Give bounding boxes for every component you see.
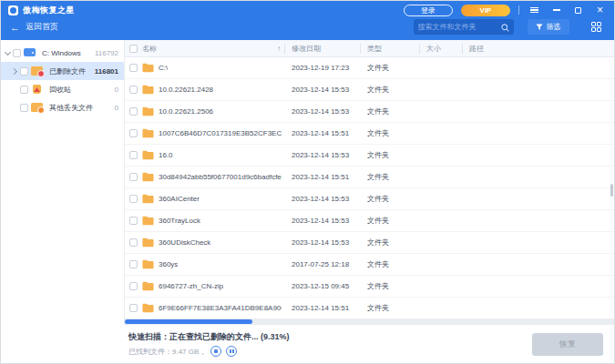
funnel-icon (536, 24, 543, 31)
table-row[interactable]: C:\ 2023-12-19 17:23 文件夹 (125, 57, 614, 79)
file-name: 360ys (159, 260, 178, 268)
column-header-name[interactable]: 名称 ↑ (125, 44, 285, 54)
navbar: 返回首页 筛选 (1, 17, 614, 40)
table-row[interactable]: 360UDiskCheck 2023-12-14 15:53 文件夹 (125, 232, 614, 254)
file-type: 文件夹 (361, 216, 420, 226)
sidebar-item-label: 回收站 (49, 85, 71, 95)
table-row[interactable]: 10.0.22621.2428 2023-12-14 15:53 文件夹 (125, 79, 614, 101)
row-checkbox[interactable] (129, 151, 138, 159)
name-header-label: 名称 (142, 44, 157, 54)
login-button[interactable]: 登录 (404, 5, 453, 16)
sidebar-item[interactable]: 回收站 0 (1, 80, 124, 98)
file-modified-date: 2023-12-14 15:53 (285, 195, 361, 203)
file-modified-date: 2017-07-25 12:18 (285, 260, 361, 268)
file-name: C:\ (159, 64, 168, 72)
stop-scan-button[interactable] (210, 346, 221, 357)
folder-icon (142, 150, 154, 160)
pause-scan-button[interactable] (226, 346, 237, 357)
sidebar-item[interactable]: C: Windows 116792 (1, 44, 124, 62)
back-arrow-icon (10, 22, 20, 33)
table-body: C:\ 2023-12-19 17:23 文件夹 (125, 57, 614, 318)
row-checkbox[interactable] (129, 64, 138, 72)
table-row[interactable]: 10.0.22621.2506 2023-12-14 15:53 文件夹 (125, 101, 614, 123)
chevron-icon[interactable] (11, 103, 20, 112)
titlebar: 傲梅恢复之星 登录 VIP (1, 1, 614, 17)
minimize-button[interactable] (549, 4, 563, 16)
file-name: 1007C6B46D7C017319E3B52CF3EC196E (159, 129, 282, 137)
vertical-scrollbar[interactable] (610, 184, 613, 197)
close-button[interactable] (593, 4, 607, 16)
file-type: 文件夹 (361, 172, 420, 182)
table-row[interactable]: 360TrayLock 2023-12-14 15:53 文件夹 (125, 210, 614, 232)
search-input[interactable] (418, 23, 501, 31)
table-header: 名称 ↑ 修改日期 类型 大小 路径 (125, 40, 614, 57)
sidebar-tree: C: Windows 116792 已删除文件 116801 回收站 (1, 40, 124, 325)
file-modified-date: 2023-12-14 15:53 (285, 86, 361, 94)
row-checkbox[interactable] (129, 129, 138, 137)
row-checkbox[interactable] (129, 282, 138, 290)
column-header-type[interactable]: 类型 (361, 44, 420, 54)
chevron-icon[interactable] (4, 48, 13, 57)
sidebar-checkbox[interactable] (20, 104, 28, 112)
file-modified-date: 2023-12-15 09:45 (285, 282, 361, 290)
folder-icon (142, 238, 154, 248)
horizontal-scrollbar-track[interactable] (125, 318, 614, 325)
column-header-path[interactable]: 路径 (463, 44, 614, 54)
row-checkbox[interactable] (129, 195, 138, 203)
horizontal-scrollbar-thumb[interactable] (125, 319, 252, 324)
table-row[interactable]: 30d84942abb55f0677001d9c6badfcfedef776a0… (125, 167, 614, 188)
folder-icon (142, 63, 154, 73)
back-home-button[interactable]: 返回首页 (10, 21, 58, 33)
row-checkbox[interactable] (129, 304, 138, 312)
row-checkbox[interactable] (129, 217, 138, 225)
table-row[interactable]: 360ys 2017-07-25 12:18 文件夹 (125, 254, 614, 276)
folder-icon (142, 106, 154, 116)
sidebar-checkbox[interactable] (20, 86, 28, 94)
sidebar-checkbox[interactable] (20, 67, 28, 76)
column-header-modified[interactable]: 修改日期 (285, 44, 361, 54)
recover-button[interactable]: 恢复 (532, 333, 603, 356)
sidebar-item[interactable]: 其他丢失文件 0 (1, 98, 124, 116)
file-name: 16.0 (159, 151, 173, 159)
row-checkbox[interactable] (129, 86, 138, 94)
search-box (414, 19, 514, 35)
folder-icon (142, 281, 154, 291)
column-header-size[interactable]: 大小 (420, 44, 463, 54)
table-row[interactable]: 1007C6B46D7C017319E3B52CF3EC196E 2023-12… (125, 123, 614, 145)
menu-button[interactable] (528, 4, 541, 16)
sidebar-item[interactable]: 已删除文件 116801 (1, 62, 124, 80)
scan-status-text: 快速扫描：正在查找已删除的文件... (9.31%) (128, 331, 290, 343)
row-checkbox[interactable] (129, 238, 138, 247)
table-row[interactable]: 6946727-zh_CN-zip 2023-12-15 09:45 文件夹 (125, 276, 614, 298)
maximize-button[interactable] (571, 4, 585, 16)
sidebar-item-count: 0 (115, 86, 118, 94)
chevron-icon[interactable] (11, 85, 20, 94)
file-modified-date: 2023-12-14 15:51 (285, 173, 361, 181)
view-grid-button[interactable] (591, 22, 602, 33)
sidebar-checkbox[interactable] (13, 49, 21, 57)
row-checkbox[interactable] (129, 173, 138, 181)
search-icon[interactable] (501, 19, 509, 35)
select-all-checkbox[interactable] (129, 45, 138, 53)
file-type: 文件夹 (361, 259, 420, 269)
chevron-icon[interactable] (11, 66, 20, 76)
file-name: 360AICenter (159, 195, 200, 203)
filter-button[interactable]: 筛选 (528, 19, 569, 35)
status-bar: 快速扫描：正在查找已删除的文件... (9.31%) 已找到文件：9.47 GB… (1, 325, 614, 363)
sidebar-item-count: 116792 (95, 49, 118, 57)
sort-ascending-icon[interactable]: ↑ (277, 44, 281, 54)
folder-icon (142, 172, 154, 182)
file-type: 文件夹 (361, 150, 420, 160)
table-row[interactable]: 360AICenter 2023-12-14 15:53 文件夹 (125, 188, 614, 210)
file-name: 6946727-zh_CN-zip (159, 282, 223, 290)
table-row[interactable]: 16.0 2023-12-14 15:53 文件夹 (125, 145, 614, 167)
row-checkbox[interactable] (129, 260, 138, 268)
found-files-text: 已找到文件：9.47 GB， (128, 347, 206, 357)
row-checkbox[interactable] (129, 107, 138, 116)
file-modified-date: 2023-12-14 15:53 (285, 238, 361, 247)
table-row[interactable]: 6F9E66FF7E38E3A3FA41DB9E8A906A4A 2023-12… (125, 298, 614, 318)
file-type: 文件夹 (361, 303, 420, 313)
vip-button[interactable]: VIP (461, 5, 510, 16)
file-name: 10.0.22621.2506 (159, 107, 213, 116)
file-name: 6F9E66FF7E38E3A3FA41DB9E8A906A4A (159, 304, 282, 312)
